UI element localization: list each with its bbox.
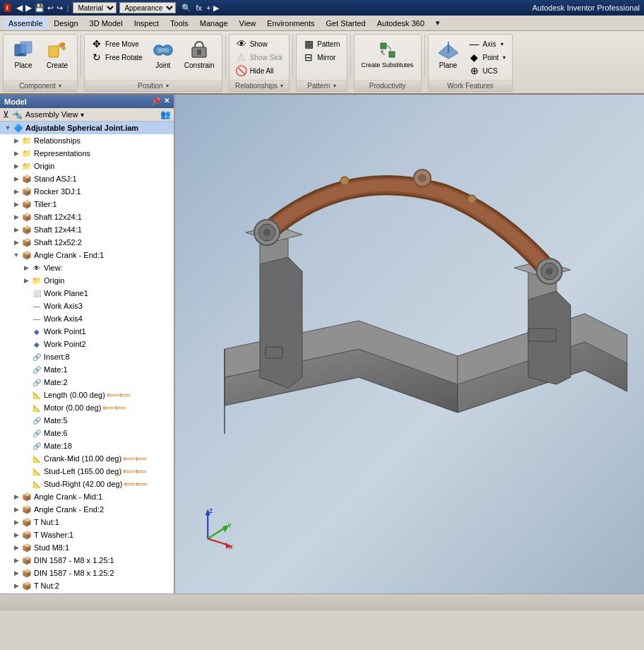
tree-item-mate2[interactable]: 🔗 Mate:2 [0,376,174,389]
expand-shaft3[interactable]: ▶ [11,237,21,247]
tree-item-root[interactable]: ▼ 🔷 Adjustable Spherical Joint.iam [0,122,174,134]
menu-design[interactable]: Design [48,18,83,29]
expand-studright[interactable] [21,479,31,489]
expand-mate2[interactable] [21,377,31,387]
expand-crankmid[interactable] [21,454,31,463]
material-dropdown[interactable]: Material [73,2,117,13]
tree-item-twasher2[interactable]: ▶ 📦 T Washer:2 [0,592,174,593]
component-dropdown-arrow[interactable]: ▾ [59,83,61,89]
tree-item-tiller[interactable]: ▶ 📦 Tiller:1 [0,198,174,211]
expand-insert8[interactable] [21,352,31,362]
menu-more[interactable]: ▾ [430,17,446,29]
axis-dd[interactable]: ▾ [501,41,503,47]
menu-getstarted[interactable]: Get Started [320,18,371,29]
panel-people-icon[interactable]: 👥 [160,110,171,119]
expand-anglecrank2[interactable]: ▶ [11,504,21,514]
tb-back[interactable]: ◀ [16,3,23,13]
filter-icon[interactable]: ⊻ [3,110,9,119]
tb-redo[interactable]: ↪ [56,4,63,13]
tb-fx[interactable]: fx [196,4,202,12]
expand-motor[interactable] [21,403,31,413]
tree-item-relationships[interactable]: ▶ 📁 Relationships [0,134,174,147]
expand-relationships[interactable]: ▶ [11,136,21,146]
menu-view[interactable]: View [234,18,262,29]
panel-close-icon[interactable]: ✕ [164,97,169,106]
expand-tiller[interactable]: ▶ [11,199,21,209]
tree-view[interactable]: ▼ 🔷 Adjustable Spherical Joint.iam ▶ 📁 R… [0,122,174,593]
expand-length[interactable] [21,390,31,400]
tree-item-rocker[interactable]: ▶ 📦 Rocker 3DJ:1 [0,185,174,198]
expand-origin[interactable]: ▶ [11,161,21,171]
ucs-button[interactable]: ⊕ UCS [467,64,508,77]
expand-studleft[interactable] [21,466,31,476]
tree-item-studm8[interactable]: ▶ 📦 Stud M8:1 [0,541,174,554]
expand-mate18[interactable] [21,441,31,451]
tree-item-mate6[interactable]: 🔗 Mate:6 [0,427,174,439]
constrain-button[interactable]: Constrain [181,37,217,71]
tree-item-studleft[interactable]: 📐 Stud-Left (165.00 deg) ⟸⟸ [0,465,174,478]
show-sick-button[interactable]: ⚠ Show Sick [234,51,285,64]
expand-shaft2[interactable]: ▶ [11,225,21,235]
tree-item-shaft2[interactable]: ▶ 📦 Shaft 12x44:1 [0,223,174,236]
menu-environments[interactable]: Environments [261,18,320,29]
tree-item-din2[interactable]: ▶ 📦 DIN 1587 - M8 x 1.25:2 [0,567,174,579]
tree-item-din1[interactable]: ▶ 📦 DIN 1587 - M8 x 1.25:1 [0,554,174,567]
pattern-dropdown-arrow[interactable]: ▾ [333,83,336,89]
tree-item-origin2[interactable]: ▶ 📁 Origin [0,274,174,287]
menu-autodesk360[interactable]: Autodesk 360 [371,18,430,29]
menu-inspect[interactable]: Inspect [129,18,165,29]
tb-undo[interactable]: ↩ [47,4,54,13]
menu-3dmodel[interactable]: 3D Model [84,18,129,29]
viewport[interactable]: Z Y X [175,95,644,593]
tree-item-mate18[interactable]: 🔗 Mate:18 [0,439,174,452]
tree-item-length[interactable]: 📐 Length (0.00 deg) ⟸⟸ [0,389,174,401]
expand-stand[interactable]: ▶ [11,174,21,184]
expand-mate5[interactable] [21,415,31,425]
tb-save[interactable]: 💾 [35,4,44,13]
create-button[interactable]: Create [42,37,73,71]
tree-item-motor[interactable]: 📐 Motor (0.00 deg) ⟸⟸ [0,401,174,414]
expand-view[interactable]: ▶ [21,263,31,273]
expand-anglecrank1[interactable]: ▼ [11,250,21,260]
tb-search[interactable]: 🔍 [181,4,191,13]
expand-workpoint1[interactable] [21,326,31,336]
tree-item-anglecrankmid1[interactable]: ▶ 📦 Angle Crank - Mid:1 [0,490,174,503]
tree-item-origin[interactable]: ▶ 📁 Origin [0,160,174,172]
create-substitutes-button[interactable]: Create Substitutes [359,37,417,70]
free-rotate-button[interactable]: ↻ Free Rotate [89,51,145,64]
tb-play[interactable]: ▶ [213,4,219,13]
axis-button[interactable]: — Axis ▾ [467,37,508,50]
expand-twasher1[interactable]: ▶ [11,530,21,540]
mirror-button[interactable]: ⊟ Mirror [301,51,342,64]
tree-item-shaft3[interactable]: ▶ 📦 Shaft 12x52:2 [0,236,174,249]
expand-mate6[interactable] [21,428,31,438]
tree-item-anglecrank2[interactable]: ▶ 📦 Angle Crank - End:2 [0,503,174,516]
tree-item-workplane1[interactable]: ⬜ Work Plane1 [0,287,174,300]
expand-workaxis3[interactable] [21,301,31,311]
expand-tnut1[interactable]: ▶ [11,517,21,527]
expand-origin2[interactable]: ▶ [21,276,31,285]
place-button[interactable]: Place [8,37,39,71]
appearance-dropdown[interactable]: Appearance [119,2,176,13]
tree-item-representations[interactable]: ▶ 📁 Representations [0,147,174,160]
expand-root[interactable]: ▼ [3,123,13,133]
expand-din2[interactable]: ▶ [11,568,21,578]
tree-item-workpoint2[interactable]: ◆ Work Point2 [0,338,174,350]
tree-item-anglecrank1[interactable]: ▼ 📦 Angle Crank - End:1 [0,249,174,261]
tree-item-workaxis4[interactable]: — Work Axis4 [0,312,174,325]
tree-item-view[interactable]: ▶ 👁 View: [0,261,174,274]
expand-tnut2[interactable]: ▶ [11,581,21,591]
expand-workpoint2[interactable] [21,339,31,349]
expand-rocker[interactable]: ▶ [11,187,21,196]
tree-item-mate1[interactable]: 🔗 Mate:1 [0,363,174,376]
point-button[interactable]: ◆ Point ▾ [467,51,508,64]
tree-item-tnut1[interactable]: ▶ 📦 T Nut:1 [0,516,174,528]
panel-pin-icon[interactable]: 📌 [151,97,161,106]
assembly-view-dropdown[interactable]: ▾ [80,111,84,119]
tree-item-twasher1[interactable]: ▶ 📦 T Washer:1 [0,528,174,541]
expand-anglecrankmid1[interactable]: ▶ [11,492,21,502]
tree-item-workpoint1[interactable]: ◆ Work Point1 [0,325,174,338]
expand-shaft1[interactable]: ▶ [11,212,21,222]
expand-din1[interactable]: ▶ [11,555,21,565]
free-move-button[interactable]: ✥ Free Move [89,37,145,50]
